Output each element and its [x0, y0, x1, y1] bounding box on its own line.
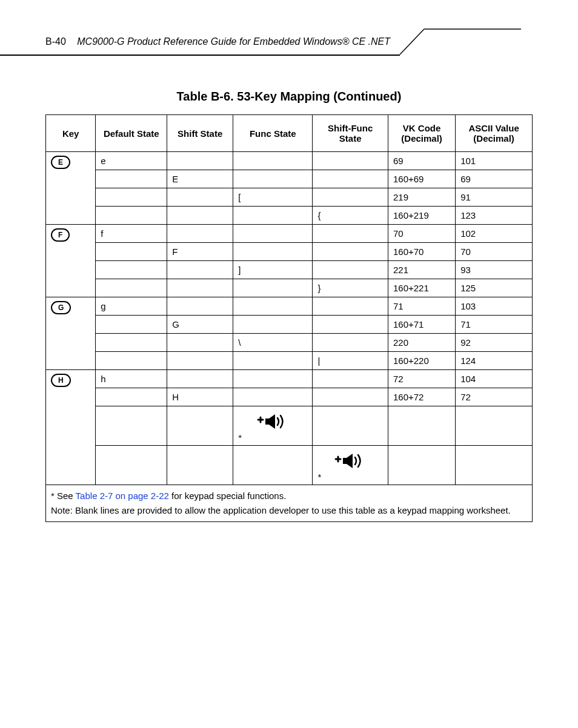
cell-shift: [167, 446, 233, 485]
cell-vk: [388, 406, 455, 446]
table-row: Ee69101: [46, 152, 533, 170]
cell-shift: F: [167, 243, 233, 261]
cell-func: [233, 352, 313, 370]
col-header-vk: VK Code (Decimal): [388, 115, 455, 152]
table-row: \22092: [46, 334, 533, 352]
cell-func: [233, 207, 313, 225]
table-title: Table B-6. 53-Key Mapping (Continued): [45, 90, 533, 104]
cell-sfunc: |: [313, 352, 388, 370]
cell-vk: 160+221: [388, 279, 455, 297]
table-row: {160+219123: [46, 207, 533, 225]
cell-ascii: 125: [456, 279, 533, 297]
header-rule: [0, 55, 400, 56]
cell-default: [96, 261, 167, 279]
cell-func: [233, 316, 313, 334]
cell-sfunc: [313, 170, 388, 188]
cell-shift: [167, 225, 233, 243]
keycap-cell: G: [46, 297, 96, 370]
cell-ascii: 91: [456, 188, 533, 207]
footnote-marker: *: [317, 472, 321, 482]
volume-up-icon: [257, 412, 288, 431]
cell-vk: 69: [388, 152, 455, 170]
cell-func: *: [233, 406, 313, 446]
key-mapping-table: Key Default State Shift State Func State…: [45, 114, 533, 522]
table-row: ]22193: [46, 261, 533, 279]
cell-ascii: 123: [456, 207, 533, 225]
cell-shift: [167, 152, 233, 170]
col-header-shift: Shift State: [167, 115, 233, 152]
footnote-see-prefix: See: [55, 491, 76, 501]
cell-ascii: 69: [456, 170, 533, 188]
col-header-default: Default State: [96, 115, 167, 152]
col-header-key: Key: [46, 115, 96, 152]
cell-sfunc: {: [313, 207, 388, 225]
cell-ascii: 124: [456, 352, 533, 370]
cell-sfunc: [313, 370, 388, 388]
cell-vk: [388, 446, 455, 485]
cell-vk: 219: [388, 188, 455, 207]
cell-shift: E: [167, 170, 233, 188]
footnote-marker: *: [238, 432, 242, 443]
cell-func: ]: [233, 261, 313, 279]
cell-ascii: 70: [456, 243, 533, 261]
cell-default: [96, 207, 167, 225]
cell-default: h: [96, 370, 167, 388]
cell-shift: [167, 334, 233, 352]
cell-ascii: 103: [456, 297, 533, 316]
cell-default: [96, 352, 167, 370]
keycap-cell: H: [46, 370, 96, 485]
keycap-h: H: [51, 374, 71, 387]
cell-func: [233, 225, 313, 243]
cell-vk: 220: [388, 334, 455, 352]
cell-vk: 160+220: [388, 352, 455, 370]
cell-ascii: 104: [456, 370, 533, 388]
cell-func: [233, 446, 313, 485]
keycap-cell: E: [46, 152, 96, 225]
cell-default: [96, 316, 167, 334]
keycap-cell: F: [46, 225, 96, 297]
cell-default: e: [96, 152, 167, 170]
cell-shift: [167, 370, 233, 388]
cell-shift: H: [167, 388, 233, 406]
cell-default: [96, 279, 167, 297]
keycap-g: G: [51, 301, 71, 314]
table-row: H160+7272: [46, 388, 533, 406]
table-footnote: * See Table 2-7 on page 2-22 for keypad …: [46, 485, 533, 522]
cell-sfunc: [313, 334, 388, 352]
cell-ascii: 93: [456, 261, 533, 279]
table-row: Ff70102: [46, 225, 533, 243]
cell-ascii: 102: [456, 225, 533, 243]
cell-default: [96, 243, 167, 261]
cell-func: [233, 170, 313, 188]
cell-sfunc: [313, 261, 388, 279]
cell-default: g: [96, 297, 167, 316]
cell-sfunc: }: [313, 279, 388, 297]
cell-ascii: 101: [456, 152, 533, 170]
cell-sfunc: [313, 316, 388, 334]
cell-vk: 160+219: [388, 207, 455, 225]
cell-sfunc: [313, 152, 388, 170]
cell-shift: [167, 279, 233, 297]
table-row: Hh72104: [46, 370, 533, 388]
cell-default: [96, 388, 167, 406]
cell-shift: [167, 352, 233, 370]
keycap-e: E: [51, 156, 70, 169]
cell-vk: 70: [388, 225, 455, 243]
cell-default: [96, 188, 167, 207]
cell-sfunc: [313, 188, 388, 207]
cell-vk: 160+71: [388, 316, 455, 334]
cell-sfunc: [313, 225, 388, 243]
cell-sfunc: *: [313, 446, 388, 485]
cell-ascii: [456, 446, 533, 485]
cell-shift: [167, 406, 233, 446]
cross-reference-link[interactable]: Table 2-7 on page 2-22: [76, 491, 169, 501]
cell-vk: 72: [388, 370, 455, 388]
table-row: E160+6969: [46, 170, 533, 188]
cell-sfunc: [313, 243, 388, 261]
cell-shift: [167, 261, 233, 279]
cell-ascii: 71: [456, 316, 533, 334]
header-corner-decoration: [400, 29, 442, 59]
cell-func: \: [233, 334, 313, 352]
col-header-func: Func State: [233, 115, 313, 152]
cell-default: f: [96, 225, 167, 243]
